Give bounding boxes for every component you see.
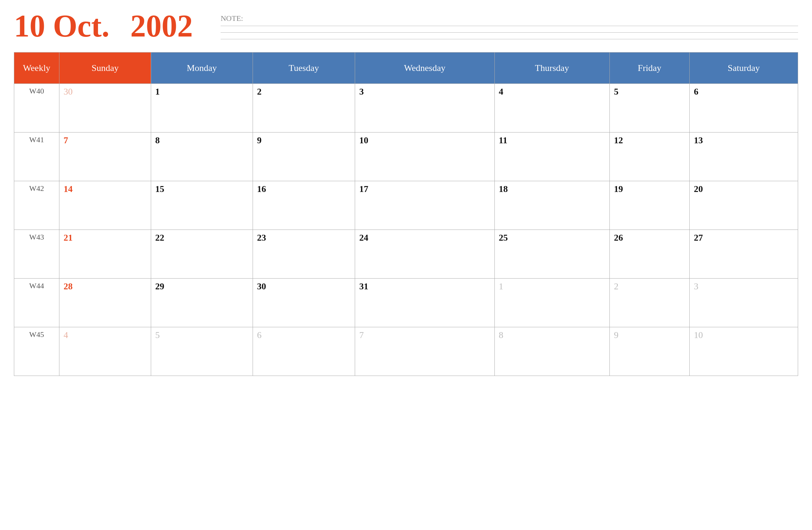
day-cell: 24: [355, 230, 494, 279]
day-number: 8: [499, 330, 503, 340]
day-cell: 10: [355, 132, 494, 181]
day-number: 25: [499, 233, 508, 243]
day-number: 2: [614, 281, 618, 291]
day-cell: 2: [609, 279, 689, 327]
day-cell: 8: [151, 132, 253, 181]
day-number: 2: [257, 87, 262, 97]
day-number: 4: [499, 87, 503, 97]
day-number: 13: [694, 135, 703, 145]
day-number: 26: [614, 233, 623, 243]
day-cell: 10: [689, 327, 798, 376]
day-number: 19: [614, 184, 623, 194]
day-cell: 6: [253, 327, 355, 376]
day-cell: 20: [689, 181, 798, 230]
week-label: W44: [14, 279, 59, 327]
week-label: W42: [14, 181, 59, 230]
col-friday: Friday: [609, 53, 689, 84]
day-cell: 8: [494, 327, 609, 376]
day-cell: 6: [689, 84, 798, 132]
calendar-row: W4321222324252627: [14, 230, 798, 279]
day-number: 18: [499, 184, 508, 194]
day-cell: 19: [609, 181, 689, 230]
col-thursday: Thursday: [494, 53, 609, 84]
day-number: 10: [694, 330, 703, 340]
col-weekly: Weekly: [14, 53, 59, 84]
day-cell: 15: [151, 181, 253, 230]
day-number: 15: [155, 184, 164, 194]
day-number: 9: [614, 330, 618, 340]
day-cell: 21: [59, 230, 151, 279]
day-number: 8: [155, 135, 160, 145]
day-cell: 16: [253, 181, 355, 230]
date-section: 10 Oct. 2002: [14, 10, 193, 42]
note-line-1: [221, 26, 798, 26]
calendar-row: W4545678910: [14, 327, 798, 376]
calendar-row: W4214151617181920: [14, 181, 798, 230]
page-header: 10 Oct. 2002 NOTE:: [14, 10, 798, 42]
day-number: 7: [64, 135, 68, 145]
day-cell: 5: [151, 327, 253, 376]
day-number: 14: [64, 184, 73, 194]
day-number: 11: [499, 135, 508, 145]
day-cell: 30: [253, 279, 355, 327]
day-number: 22: [155, 233, 164, 243]
col-monday: Monday: [151, 53, 253, 84]
day-month: 10 Oct.: [14, 10, 109, 42]
day-number: 21: [64, 233, 73, 243]
day-cell: 4: [494, 84, 609, 132]
day-cell: 1: [494, 279, 609, 327]
day-cell: 22: [151, 230, 253, 279]
week-label: W45: [14, 327, 59, 376]
day-number: 6: [257, 330, 262, 340]
day-cell: 18: [494, 181, 609, 230]
day-cell: 17: [355, 181, 494, 230]
day-number: 20: [694, 184, 703, 194]
day-cell: 3: [689, 279, 798, 327]
day-cell: 27: [689, 230, 798, 279]
col-wednesday: Wednesday: [355, 53, 494, 84]
day-cell: 11: [494, 132, 609, 181]
day-number: 1: [155, 87, 160, 97]
note-section: NOTE:: [221, 10, 798, 39]
day-number: 4: [64, 330, 68, 340]
day-cell: 7: [355, 327, 494, 376]
calendar-header-row: Weekly Sunday Monday Tuesday Wednesday T…: [14, 53, 798, 84]
day-number: 29: [155, 281, 164, 291]
day-number: 16: [257, 184, 266, 194]
day-cell: 13: [689, 132, 798, 181]
day-cell: 23: [253, 230, 355, 279]
day-number: 28: [64, 281, 73, 291]
day-number: 10: [359, 135, 368, 145]
calendar-row: W4428293031123: [14, 279, 798, 327]
day-number: 24: [359, 233, 368, 243]
day-cell: 31: [355, 279, 494, 327]
week-label: W41: [14, 132, 59, 181]
calendar-row: W4030123456: [14, 84, 798, 132]
day-number: 9: [257, 135, 262, 145]
week-label: W40: [14, 84, 59, 132]
col-saturday: Saturday: [689, 53, 798, 84]
day-number: 6: [694, 87, 698, 97]
day-number: 3: [694, 281, 698, 291]
day-number: 30: [64, 87, 73, 97]
day-cell: 1: [151, 84, 253, 132]
day-number: 17: [359, 184, 368, 194]
day-cell: 2: [253, 84, 355, 132]
year: 2002: [130, 10, 193, 42]
note-line-2: [221, 32, 798, 33]
day-number: 5: [155, 330, 160, 340]
day-cell: 9: [609, 327, 689, 376]
day-number: 3: [359, 87, 364, 97]
note-lines: [221, 26, 798, 39]
day-cell: 30: [59, 84, 151, 132]
day-number: 23: [257, 233, 266, 243]
day-number: 31: [359, 281, 368, 291]
day-number: 7: [359, 330, 364, 340]
day-number: 12: [614, 135, 623, 145]
day-cell: 29: [151, 279, 253, 327]
day-cell: 7: [59, 132, 151, 181]
note-line-3: [221, 39, 798, 39]
calendar-row: W4178910111213: [14, 132, 798, 181]
day-cell: 12: [609, 132, 689, 181]
day-cell: 28: [59, 279, 151, 327]
